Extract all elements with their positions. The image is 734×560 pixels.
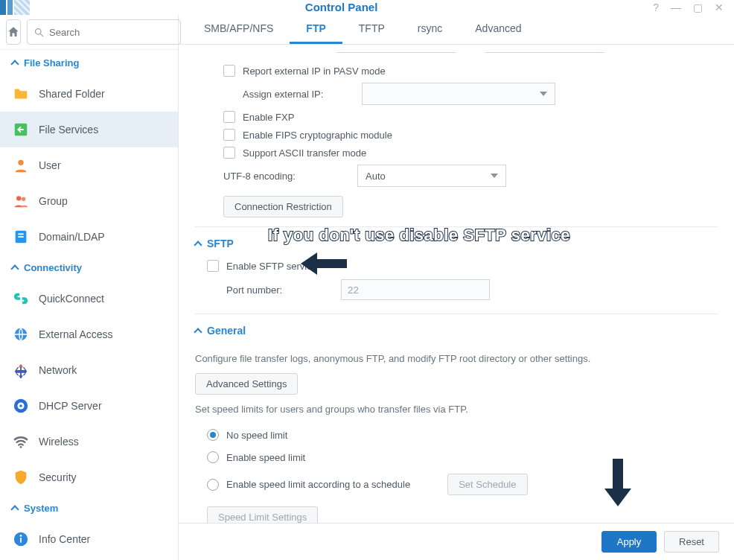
svg-point-5 — [22, 197, 25, 202]
checkbox-report-ext-ip[interactable] — [223, 65, 235, 77]
speed-description: Set speed limits for users and groups wh… — [195, 404, 718, 415]
label-enable-fxp: Enable FXP — [243, 112, 294, 123]
label-port-number: Port number: — [226, 284, 341, 296]
close-icon[interactable]: ✕ — [715, 1, 724, 13]
label-report-ext-ip: Report external IP in PASV mode — [243, 66, 386, 77]
set-schedule-button[interactable]: Set Schedule — [447, 474, 527, 495]
chevron-up-icon — [194, 328, 202, 336]
sidebar-item-label: File Services — [39, 124, 98, 136]
folder-icon — [12, 85, 30, 103]
select-utf8-value: Auto — [366, 171, 386, 182]
sidebar: File Sharing Shared Folder File Services… — [0, 15, 179, 560]
quickconnect-icon — [12, 290, 30, 308]
checkbox-enable-fxp[interactable] — [223, 111, 235, 123]
label-support-ascii: Support ASCII transfer mode — [243, 147, 366, 159]
search-box[interactable] — [27, 19, 181, 45]
checkbox-enable-fips[interactable] — [223, 129, 235, 141]
user-icon — [12, 156, 30, 174]
sidebar-item-wireless[interactable]: Wireless — [0, 424, 178, 459]
checkbox-support-ascii[interactable] — [223, 147, 235, 159]
svg-rect-7 — [18, 233, 23, 235]
sidebar-item-domain-ldap[interactable]: Domain/LDAP — [0, 219, 178, 255]
svg-point-4 — [16, 196, 21, 200]
tab-advanced[interactable]: Advanced — [459, 15, 537, 44]
radio-enable-speed-limit[interactable] — [207, 451, 219, 463]
shield-icon — [12, 468, 30, 486]
section-connectivity[interactable]: Connectivity — [0, 255, 178, 281]
section-label: File Sharing — [24, 57, 79, 69]
tab-ftp[interactable]: FTP — [290, 15, 342, 44]
label-no-speed-limit: No speed limit — [226, 430, 287, 441]
sidebar-item-group[interactable]: Group — [0, 183, 178, 219]
section-file-sharing[interactable]: File Sharing — [0, 50, 178, 76]
annotation-arrow-left-icon — [305, 255, 347, 272]
radio-schedule-speed-limit[interactable] — [207, 479, 219, 491]
tab-rsync[interactable]: rsync — [401, 15, 459, 44]
minimize-icon[interactable]: — — [671, 1, 681, 13]
sidebar-item-user[interactable]: User — [0, 147, 178, 183]
wireless-icon — [12, 433, 30, 451]
svg-point-13 — [19, 404, 22, 407]
label-utf8: UTF-8 encoding: — [223, 171, 357, 182]
chevron-down-icon — [540, 92, 547, 96]
sidebar-item-dhcp-server[interactable]: DHCP Server — [0, 388, 178, 424]
sidebar-item-label: Domain/LDAP — [39, 231, 105, 243]
network-icon — [12, 361, 30, 379]
sidebar-item-label: External Access — [39, 328, 113, 340]
section-heading-text: SFTP — [207, 238, 234, 249]
sidebar-item-label: Shared Folder — [39, 88, 105, 100]
sidebar-item-label: Group — [39, 195, 68, 207]
window-title: Control Panel — [30, 0, 653, 15]
input-port-number[interactable] — [341, 279, 490, 300]
tab-smb-afp-nfs[interactable]: SMB/AFP/NFS — [188, 15, 290, 44]
app-icon — [0, 0, 30, 15]
sidebar-item-security[interactable]: Security — [0, 459, 178, 495]
annotation-arrow-down-icon — [607, 459, 628, 506]
sidebar-item-quickconnect[interactable]: QuickConnect — [0, 281, 178, 316]
section-label: System — [24, 503, 58, 514]
radio-no-speed-limit[interactable] — [207, 429, 219, 441]
select-utf8[interactable]: Auto — [357, 165, 506, 187]
svg-rect-8 — [18, 236, 23, 238]
help-icon[interactable]: ? — [653, 1, 659, 13]
sidebar-item-network[interactable]: Network — [0, 352, 178, 388]
sidebar-item-info-center[interactable]: Info Center — [0, 521, 178, 557]
select-assign-ext-ip[interactable] — [362, 83, 555, 105]
sidebar-item-file-services[interactable]: File Services — [0, 112, 178, 147]
sidebar-item-label: DHCP Server — [39, 400, 102, 412]
svg-point-3 — [18, 160, 23, 165]
svg-point-0 — [36, 28, 42, 34]
checkbox-enable-sftp[interactable] — [207, 260, 219, 272]
file-services-icon — [12, 121, 30, 139]
sidebar-item-label: QuickConnect — [39, 293, 104, 305]
section-general[interactable]: General — [195, 314, 718, 344]
sidebar-item-label: Wireless — [39, 436, 79, 448]
info-icon — [12, 530, 30, 548]
apply-button[interactable]: Apply — [601, 531, 657, 553]
connection-restriction-button[interactable]: Connection Restriction — [223, 196, 343, 217]
section-label: Connectivity — [24, 262, 82, 273]
home-icon — [7, 25, 20, 39]
svg-line-1 — [40, 34, 43, 36]
title-bar: Control Panel ? — ▢ ✕ — [0, 0, 734, 15]
advanced-settings-button[interactable]: Advanced Settings — [195, 373, 298, 395]
sidebar-item-label: Network — [39, 364, 77, 376]
section-heading-text: General — [207, 325, 246, 337]
home-button[interactable] — [6, 19, 21, 45]
chevron-up-icon — [194, 241, 202, 249]
chevron-up-icon — [10, 264, 19, 273]
group-icon — [12, 192, 30, 210]
section-system[interactable]: System — [0, 495, 178, 521]
maximize-icon[interactable]: ▢ — [693, 1, 703, 13]
sidebar-item-label: Security — [39, 471, 77, 483]
tab-tftp[interactable]: TFTP — [342, 15, 401, 44]
reset-button[interactable]: Reset — [664, 531, 719, 553]
search-input[interactable] — [49, 27, 174, 38]
sidebar-item-label: User — [39, 159, 61, 171]
speed-limit-settings-button[interactable]: Speed Limit Settings — [207, 506, 318, 523]
sidebar-item-external-access[interactable]: External Access — [0, 316, 178, 352]
label-schedule-speed-limit: Enable speed limit according to a schedu… — [226, 479, 410, 490]
chevron-up-icon — [10, 60, 19, 68]
sidebar-item-shared-folder[interactable]: Shared Folder — [0, 76, 178, 112]
svg-point-14 — [20, 446, 22, 448]
